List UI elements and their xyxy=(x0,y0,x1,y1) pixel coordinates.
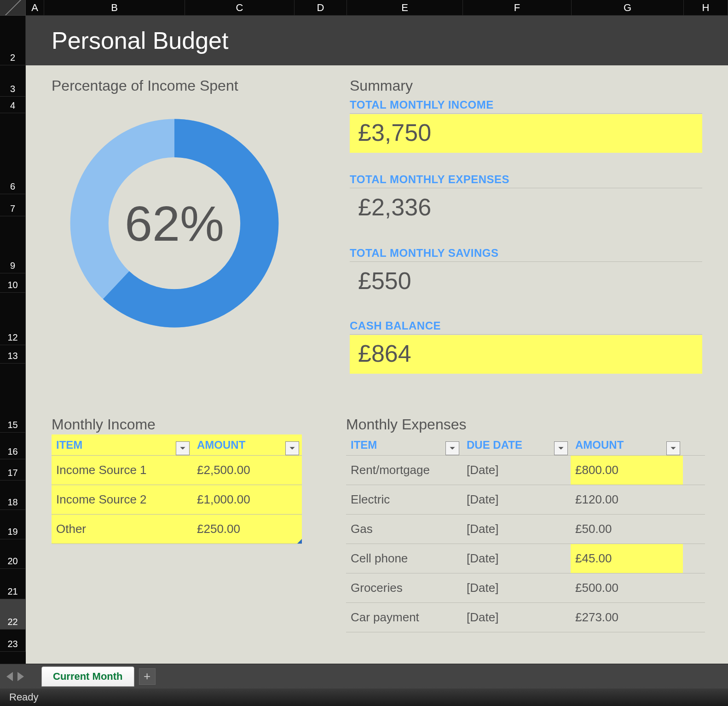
col-header-G[interactable]: G xyxy=(572,0,684,16)
row-header-23[interactable]: 23 xyxy=(0,630,26,652)
summary-balance-label: CASH BALANCE xyxy=(350,319,702,335)
sheet-tab-current-month[interactable]: Current Month xyxy=(41,666,134,687)
expense-th-amount: AMOUNT xyxy=(575,439,624,451)
sheet-tabs-bar: Current Month + xyxy=(0,664,728,689)
income-item-cell[interactable]: Income Source 2 xyxy=(52,492,192,507)
col-header-A[interactable]: A xyxy=(26,0,44,16)
row-header-16[interactable]: 16 xyxy=(0,433,26,459)
col-header-F[interactable]: F xyxy=(463,0,572,16)
expense-amount-cell[interactable]: £45.00 xyxy=(571,544,683,573)
row-header-2[interactable]: 2 xyxy=(0,16,26,65)
row-header-19[interactable]: 19 xyxy=(0,510,26,539)
row-header-4[interactable]: 4 xyxy=(0,97,26,113)
summary-savings-label: TOTAL MONTHLY SAVINGS xyxy=(350,247,702,262)
expense-table-header: ITEM DUE DATE AMOUNT xyxy=(346,434,705,456)
expense-due-cell[interactable]: [Date] xyxy=(462,463,571,477)
col-header-D[interactable]: D xyxy=(295,0,347,16)
donut-center-value: 62% xyxy=(68,117,281,330)
page-title: Personal Budget xyxy=(26,16,728,65)
expense-row[interactable]: Rent/mortgage[Date]£800.00 xyxy=(346,456,705,485)
row-header-3[interactable]: 3 xyxy=(0,65,26,97)
summary-savings-value[interactable]: £550 xyxy=(350,262,702,301)
row-header-7[interactable]: 7 xyxy=(0,194,26,216)
income-item-cell[interactable]: Other xyxy=(52,522,192,536)
expense-due-cell[interactable]: [Date] xyxy=(462,610,571,625)
expense-th-item: ITEM xyxy=(351,439,377,451)
row-header-column: 2 3 4 6 7 9 10 12 13 15 16 17 18 19 20 2… xyxy=(0,16,26,664)
row-header-6[interactable]: 6 xyxy=(0,113,26,194)
status-bar: Ready xyxy=(0,689,728,706)
income-amount-cell[interactable]: £1,000.00 xyxy=(192,492,302,507)
expense-th-due: DUE DATE xyxy=(467,439,522,451)
row-header-12[interactable]: 12 xyxy=(0,293,26,345)
expense-item-cell[interactable]: Cell phone xyxy=(346,551,462,566)
row-header-18[interactable]: 18 xyxy=(0,480,26,510)
expense-item-cell[interactable]: Gas xyxy=(346,522,462,536)
income-row[interactable]: Income Source 2£1,000.00 xyxy=(52,485,302,515)
income-amount-filter-button[interactable] xyxy=(285,441,299,455)
income-th-amount: AMOUNT xyxy=(197,439,245,451)
expense-due-cell[interactable]: [Date] xyxy=(462,522,571,536)
row-header-10[interactable]: 10 xyxy=(0,273,26,293)
col-header-H[interactable]: H xyxy=(684,0,728,16)
expense-item-cell[interactable]: Car payment xyxy=(346,610,462,625)
expense-amount-cell[interactable]: £800.00 xyxy=(571,456,683,485)
row-header-17[interactable]: 17 xyxy=(0,459,26,480)
income-table-header: ITEM AMOUNT xyxy=(52,434,302,456)
expense-item-filter-button[interactable] xyxy=(445,441,459,455)
col-header-C[interactable]: C xyxy=(185,0,295,16)
expense-row[interactable]: Groceries[Date]£500.00 xyxy=(346,573,705,603)
chevron-down-icon xyxy=(670,445,676,451)
summary-expenses-value[interactable]: £2,336 xyxy=(350,189,702,227)
next-sheet-button[interactable] xyxy=(17,672,24,681)
expense-row[interactable]: Cell phone[Date]£45.00 xyxy=(346,544,705,573)
expense-row[interactable]: Gas[Date]£50.00 xyxy=(346,515,705,544)
status-text: Ready xyxy=(9,691,39,703)
chevron-down-icon xyxy=(558,445,564,451)
summary-balance-value[interactable]: £864 xyxy=(350,335,702,374)
add-sheet-button[interactable]: + xyxy=(139,668,156,685)
income-amount-cell[interactable]: £2,500.00 xyxy=(192,463,302,477)
expense-due-cell[interactable]: [Date] xyxy=(462,551,571,566)
income-amount-cell[interactable]: £250.00 xyxy=(192,522,302,536)
row-header-13[interactable]: 13 xyxy=(0,345,26,364)
expense-row[interactable]: Electric[Date]£120.00 xyxy=(346,485,705,515)
row-header-22[interactable]: 22 xyxy=(0,599,26,630)
col-header-B[interactable]: B xyxy=(44,0,185,16)
income-row[interactable]: Other£250.00 xyxy=(52,515,302,544)
expense-item-cell[interactable]: Rent/mortgage xyxy=(346,463,462,477)
expense-item-cell[interactable]: Groceries xyxy=(346,581,462,595)
expense-amount-filter-button[interactable] xyxy=(666,441,680,455)
percentage-heading: Percentage of Income Spent xyxy=(52,77,238,94)
expense-amount-cell[interactable]: £273.00 xyxy=(571,610,683,625)
table-resize-handle[interactable] xyxy=(297,539,302,544)
income-item-cell[interactable]: Income Source 1 xyxy=(52,463,192,477)
expense-row[interactable]: Car payment[Date]£273.00 xyxy=(346,603,705,632)
summary-income-value[interactable]: £3,750 xyxy=(350,114,702,153)
chevron-down-icon xyxy=(289,445,295,451)
expense-due-filter-button[interactable] xyxy=(554,441,568,455)
expense-item-cell[interactable]: Electric xyxy=(346,492,462,507)
select-all-corner[interactable] xyxy=(0,0,26,16)
expense-amount-cell[interactable]: £500.00 xyxy=(571,581,683,595)
expense-due-cell[interactable]: [Date] xyxy=(462,581,571,595)
summary-heading: Summary xyxy=(350,77,413,94)
col-header-E[interactable]: E xyxy=(347,0,463,16)
expense-due-cell[interactable]: [Date] xyxy=(462,492,571,507)
income-table-heading: Monthly Income xyxy=(52,416,156,433)
expense-amount-cell[interactable]: £120.00 xyxy=(571,492,683,507)
plus-icon: + xyxy=(144,669,150,683)
prev-sheet-button[interactable] xyxy=(6,672,13,681)
row-header-20[interactable]: 20 xyxy=(0,539,26,569)
row-header-9[interactable]: 9 xyxy=(0,216,26,273)
worksheet-body[interactable]: Personal Budget Percentage of Income Spe… xyxy=(26,16,728,664)
donut-chart: 62% xyxy=(68,117,281,330)
summary-income-label: TOTAL MONTHLY INCOME xyxy=(350,98,702,114)
row-header-21[interactable]: 21 xyxy=(0,569,26,599)
chevron-down-icon xyxy=(449,445,456,451)
expense-amount-cell[interactable]: £50.00 xyxy=(571,522,683,536)
income-row[interactable]: Income Source 1£2,500.00 xyxy=(52,456,302,485)
column-header-row: A B C D E F G H xyxy=(0,0,728,16)
row-header-15[interactable]: 15 xyxy=(0,364,26,433)
income-item-filter-button[interactable] xyxy=(176,441,190,455)
